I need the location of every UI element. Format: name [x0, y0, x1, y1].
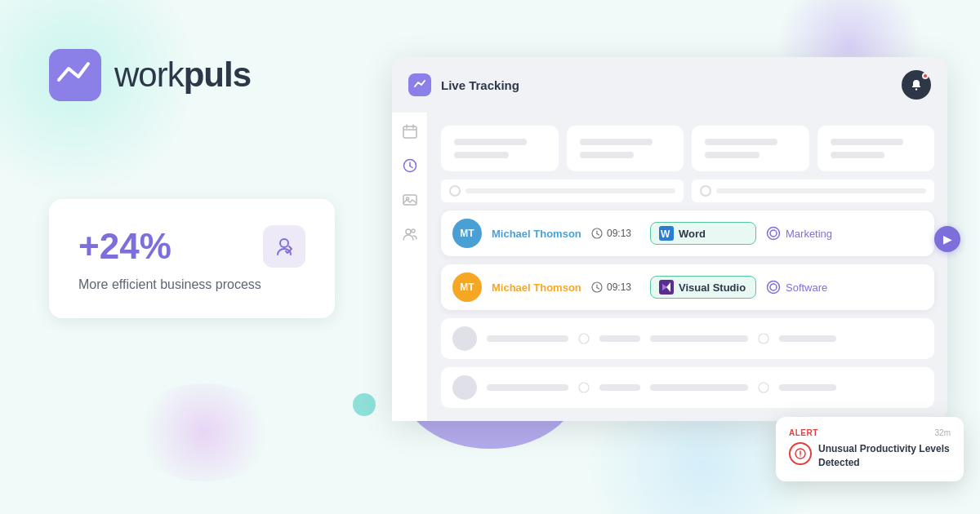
clock-icon-row2	[591, 281, 603, 293]
skel-line	[705, 152, 760, 158]
alert-header: ALERT 32m	[789, 428, 951, 437]
svg-point-29	[579, 334, 589, 343]
svg-point-27	[768, 281, 780, 294]
skel-cat-icon-1	[758, 333, 769, 344]
skeleton-tracking-row-2	[441, 367, 934, 408]
svg-line-9	[410, 166, 412, 168]
efficiency-icon	[273, 235, 296, 258]
skeleton-cards-row	[441, 126, 934, 171]
alert-label: ALERT	[789, 428, 818, 437]
dashboard-title: Live Tracking	[441, 78, 519, 92]
sidebar-icon-image[interactable]	[401, 191, 419, 209]
skel-app-2	[650, 384, 748, 391]
svg-rect-3	[403, 126, 416, 138]
clock-icon-row1	[591, 228, 603, 239]
svg-point-12	[406, 229, 411, 234]
category-icon-row2	[766, 280, 781, 295]
alert-body: Unusual Productivity Levels Detected	[789, 442, 951, 470]
svg-point-13	[412, 229, 415, 233]
alert-message: Unusual Productivity Levels Detected	[818, 442, 951, 470]
content-area: MT Michael Thomson 09:13	[428, 113, 947, 421]
svg-point-19	[768, 228, 780, 240]
skel-line	[454, 152, 509, 158]
alert-time: 32m	[935, 428, 951, 437]
svg-point-35	[800, 456, 801, 458]
stats-icon-container	[263, 225, 305, 268]
svg-point-20	[770, 230, 777, 237]
time-badge-row2: 09:13	[591, 281, 640, 293]
time-badge-row1: 09:13	[591, 228, 640, 239]
category-name-row2: Software	[786, 281, 827, 294]
skel-name-1	[487, 335, 568, 342]
tracking-row-1: MT Michael Thomson 09:13	[441, 210, 934, 256]
svg-point-1	[280, 239, 288, 247]
skel-line	[705, 139, 777, 145]
skeleton-tracking-row-1	[441, 318, 934, 359]
logo-area: workpuls	[0, 0, 384, 134]
dashboard-logo-small	[408, 73, 431, 96]
skel-line	[831, 152, 885, 158]
user-name-row2: Michael Thomson	[492, 281, 581, 294]
app-name-row1: Word	[679, 228, 706, 240]
search-placeholder	[466, 188, 675, 193]
skeleton-card-2	[567, 126, 684, 171]
skel-cat-2	[779, 384, 836, 391]
skel-time-2	[599, 384, 640, 391]
app-badge-row1: W Word	[650, 222, 756, 245]
notification-dot	[922, 73, 929, 79]
sidebar-icon-calendar[interactable]	[401, 122, 419, 140]
category-badge-row1: Marketing	[766, 226, 832, 241]
svg-point-30	[759, 334, 768, 343]
search-box-2[interactable]	[692, 179, 934, 202]
word-icon: W	[659, 226, 674, 241]
avatar-row2: MT	[452, 273, 482, 302]
search-icon	[449, 185, 461, 197]
skel-app-1	[650, 335, 748, 342]
brand-logo-icon	[49, 49, 101, 101]
notification-button[interactable]	[902, 70, 931, 100]
category-name-row1: Marketing	[786, 228, 832, 240]
svg-text:W: W	[661, 228, 670, 240]
small-logo-icon	[413, 78, 426, 91]
svg-point-28	[770, 284, 777, 290]
svg-line-23	[597, 288, 599, 290]
svg-line-16	[597, 234, 599, 236]
skel-avatar-1	[452, 326, 477, 351]
sidebar-icon-users[interactable]	[401, 225, 419, 243]
brand-name-bold: puls	[184, 55, 251, 94]
brand-name-light: work	[114, 55, 184, 94]
skel-avatar-2	[452, 375, 477, 400]
avatar-row1: MT	[452, 219, 482, 248]
category-icon-row1	[766, 226, 781, 241]
skel-line	[831, 139, 903, 145]
search-box-1[interactable]	[441, 179, 684, 202]
tracking-row-2: MT Michael Thomson 09:13	[441, 264, 934, 310]
svg-point-31	[579, 383, 589, 392]
app-name-row2: Visual Studio	[679, 281, 746, 294]
svg-point-32	[759, 383, 768, 392]
skel-line	[580, 152, 635, 158]
skel-line	[580, 139, 653, 145]
app-badge-row2: Visual Studio	[650, 276, 756, 299]
alert-card: ALERT 32m Unusual Productivity Levels De…	[776, 417, 964, 481]
bell-icon	[910, 78, 923, 91]
right-panel: Live Tracking	[359, 0, 980, 514]
search-icon-2	[700, 185, 711, 197]
user-name-row1: Michael Thomson	[492, 228, 581, 240]
search-placeholder-2	[716, 188, 926, 193]
sidebar-icon-clock[interactable]	[401, 157, 419, 175]
skel-cat-1	[779, 335, 836, 342]
skel-clock-icon-1	[578, 333, 590, 344]
chevron-right-button[interactable]: ▶	[934, 226, 960, 252]
dashboard-body: MT Michael Thomson 09:13	[392, 113, 947, 421]
svg-point-2	[915, 88, 917, 90]
dashboard-card: Live Tracking	[392, 57, 947, 421]
time-value-row1: 09:13	[607, 228, 631, 239]
category-badge-row2: Software	[766, 280, 827, 295]
skeleton-card-1	[441, 126, 559, 171]
dashboard-header: Live Tracking	[392, 57, 947, 113]
time-value-row2: 09:13	[607, 281, 631, 293]
visual-studio-icon	[659, 280, 674, 295]
skel-clock-icon-2	[578, 382, 590, 393]
sidebar-strip	[392, 113, 428, 421]
